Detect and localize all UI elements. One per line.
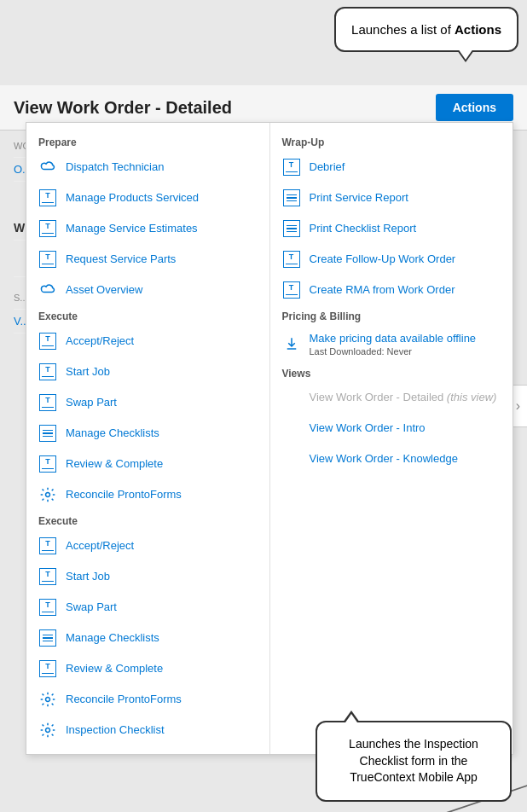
- action-label: View Work Order - Intro: [310, 421, 426, 436]
- action-swap-part-2[interactable]: Swap Part: [26, 592, 269, 623]
- action-label: View Work Order - Knowledge: [310, 452, 458, 467]
- col-right: Wrap-Up Debrief Print Service Report Pri…: [270, 123, 513, 754]
- section-wrapup: Wrap-Up: [270, 131, 513, 152]
- action-create-followup[interactable]: Create Follow-Up Work Order: [270, 244, 513, 275]
- t-box-icon: [282, 250, 301, 269]
- action-create-rma[interactable]: Create RMA from Work Order: [270, 275, 513, 305]
- action-manage-products[interactable]: Manage Products Serviced: [26, 183, 269, 213]
- action-label: Print Service Report: [310, 191, 408, 206]
- action-label: Manage Checklists: [66, 426, 159, 441]
- cloud-icon: [38, 281, 57, 299]
- t-box-icon: [38, 332, 57, 351]
- action-label: Review & Complete: [66, 662, 163, 676]
- t-box-icon: [38, 598, 57, 617]
- action-sublabel: Last Downloaded: Never: [310, 346, 477, 357]
- action-label: Reconcile ProntoForms: [66, 693, 182, 707]
- action-view-intro[interactable]: View Work Order - Intro: [270, 414, 513, 444]
- action-label: Start Job: [66, 365, 110, 380]
- action-label: Create Follow-Up Work Order: [310, 252, 456, 267]
- action-label: Make pricing data available offline: [310, 332, 477, 346]
- t-box-icon: [38, 455, 57, 473]
- t-box-icon: [38, 536, 57, 555]
- action-label: Swap Part: [66, 600, 117, 615]
- svg-point-2: [46, 728, 50, 733]
- action-label: Dispatch Technician: [66, 160, 164, 175]
- action-manage-checklists-1[interactable]: Manage Checklists: [26, 418, 269, 449]
- svg-point-1: [46, 698, 50, 702]
- action-label: Review & Complete: [66, 457, 163, 472]
- action-manage-checklists-2[interactable]: Manage Checklists: [26, 623, 269, 653]
- no-icon: [282, 389, 301, 408]
- action-label: Inspection Checklist: [66, 723, 165, 738]
- page-title: View Work Order - Detailed: [14, 98, 232, 118]
- section-execute-2: Execute: [26, 510, 269, 531]
- action-label: View Work Order - Detailed (this view): [310, 391, 497, 405]
- dropdown-columns: Prepare Dispatch Technician Manage Produ…: [26, 123, 513, 754]
- cloud-icon: [38, 158, 57, 177]
- dropdown-panel: Prepare Dispatch Technician Manage Produ…: [26, 122, 513, 755]
- action-label: Accept/Reject: [66, 334, 134, 349]
- t-box-icon: [38, 659, 57, 678]
- action-start-job-1[interactable]: Start Job: [26, 357, 269, 387]
- t-box-icon: [38, 219, 57, 238]
- action-accept-reject-2[interactable]: Accept/Reject: [26, 531, 269, 561]
- t-box-icon: [38, 250, 57, 269]
- action-accept-reject-1[interactable]: Accept/Reject: [26, 326, 269, 357]
- action-label: Manage Service Estimates: [66, 222, 198, 236]
- action-inspection-checklist[interactable]: Inspection Checklist: [26, 715, 269, 745]
- t-box-icon: [282, 281, 301, 299]
- t-box-icon: [38, 393, 57, 412]
- action-print-service-report[interactable]: Print Service Report: [270, 183, 513, 213]
- action-reconcile-pronto-2[interactable]: Reconcile ProntoForms: [26, 684, 269, 715]
- gear-icon: [38, 485, 57, 504]
- action-debrief[interactable]: Debrief: [270, 152, 513, 183]
- section-pricing: Pricing & Billing: [270, 305, 513, 326]
- action-label: Create RMA from Work Order: [310, 283, 455, 298]
- t-box-icon: [38, 567, 57, 586]
- action-label: Debrief: [310, 160, 345, 175]
- section-views: Views: [270, 362, 513, 383]
- action-label: Print Checklist Report: [310, 222, 417, 236]
- action-label: Request Service Parts: [66, 252, 176, 267]
- actions-button[interactable]: Actions: [436, 94, 513, 121]
- lines-icon: [38, 629, 57, 647]
- t-box-icon: [38, 362, 57, 381]
- action-reconcile-pronto-1[interactable]: Reconcile ProntoForms: [26, 479, 269, 510]
- section-execute-1: Execute: [26, 305, 269, 326]
- action-swap-part-1[interactable]: Swap Part: [26, 387, 269, 418]
- tooltip-bottom: Launches the Inspection Checklist form i…: [316, 721, 512, 802]
- gear-icon: [38, 690, 57, 709]
- action-pricing-offline[interactable]: Make pricing data available offline Last…: [270, 326, 513, 362]
- lines-icon: [282, 219, 301, 238]
- action-label: Manage Checklists: [66, 631, 159, 646]
- action-label: Reconcile ProntoForms: [66, 488, 182, 502]
- action-asset-overview[interactable]: Asset Overview: [26, 275, 269, 305]
- action-label: Accept/Reject: [66, 539, 134, 554]
- t-box-icon: [282, 158, 301, 177]
- action-label: Start Job: [66, 570, 110, 584]
- download-icon: [282, 334, 301, 353]
- tooltip-bottom-text: Launches the Inspection Checklist form i…: [349, 737, 478, 784]
- action-review-complete-2[interactable]: Review & Complete: [26, 653, 269, 684]
- no-icon: [282, 450, 301, 469]
- t-box-icon: [38, 188, 57, 207]
- action-review-complete-1[interactable]: Review & Complete: [26, 449, 269, 479]
- col-left: Prepare Dispatch Technician Manage Produ…: [26, 123, 270, 754]
- no-icon: [282, 420, 301, 438]
- action-label: Swap Part: [66, 396, 117, 410]
- svg-point-0: [46, 493, 50, 497]
- action-start-job-2[interactable]: Start Job: [26, 561, 269, 592]
- section-prepare: Prepare: [26, 131, 269, 152]
- action-view-detailed: View Work Order - Detailed (this view): [270, 383, 513, 414]
- lines-icon: [282, 188, 301, 207]
- action-print-checklist-report[interactable]: Print Checklist Report: [270, 213, 513, 244]
- action-dispatch-technician[interactable]: Dispatch Technician: [26, 152, 269, 183]
- action-request-parts[interactable]: Request Service Parts: [26, 244, 269, 275]
- action-view-knowledge[interactable]: View Work Order - Knowledge: [270, 444, 513, 475]
- action-label: Manage Products Serviced: [66, 191, 199, 206]
- tooltip-top-text: Launches a list of Actions: [351, 22, 501, 37]
- tooltip-top: Launches a list of Actions: [334, 7, 518, 52]
- lines-icon: [38, 424, 57, 443]
- action-manage-estimates[interactable]: Manage Service Estimates: [26, 213, 269, 244]
- action-label: Asset Overview: [66, 283, 142, 298]
